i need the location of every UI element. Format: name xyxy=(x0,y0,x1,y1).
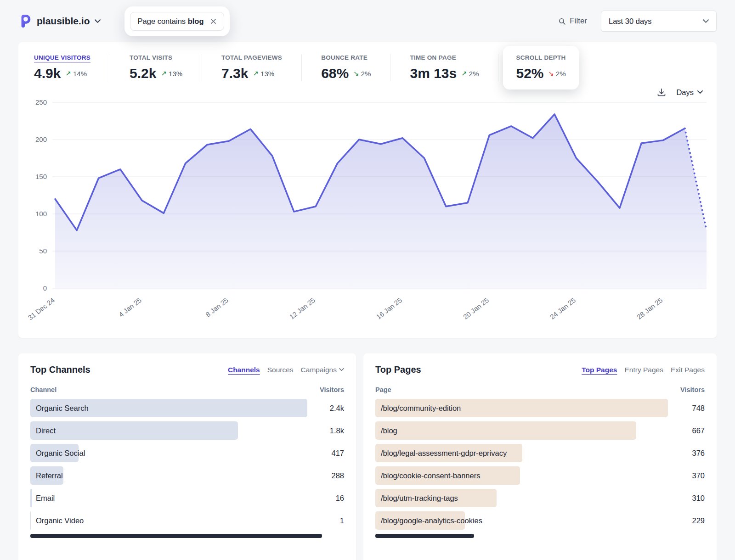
close-icon[interactable] xyxy=(210,18,216,24)
column-header-value: Visitors xyxy=(680,386,705,393)
row-visitors: 748 xyxy=(675,404,705,413)
top-pages-card: Top Pages Top PagesEntry PagesExit Pages… xyxy=(363,353,717,560)
tab-channels[interactable]: Channels xyxy=(228,366,260,374)
svg-text:250: 250 xyxy=(35,98,47,106)
chevron-down-icon xyxy=(703,19,709,23)
table-row[interactable]: /blog667 xyxy=(375,421,705,440)
value-bar xyxy=(375,421,636,440)
metric-total-pageviews[interactable]: TOTAL PAGEVIEWS7.3k↗13% xyxy=(202,54,301,81)
table-row[interactable]: Organic Search2.4k xyxy=(30,399,344,417)
filter-button-label: Filter xyxy=(570,17,587,26)
table-row[interactable]: Organic Video1 xyxy=(30,511,344,530)
metric-value: 68% xyxy=(321,66,349,81)
row-label: Referral xyxy=(30,471,63,480)
row-visitors: 417 xyxy=(315,449,344,458)
arrow-up-icon: ↗ xyxy=(161,69,167,78)
arrow-down-icon: ↘ xyxy=(548,69,554,78)
svg-text:0: 0 xyxy=(43,284,47,292)
row-label: /blog/legal-assessment-gdpr-eprivacy xyxy=(375,449,507,458)
table-row[interactable]: /blog/google-analytics-cookies229 xyxy=(375,511,705,530)
channels-card-tabs: ChannelsSourcesCampaigns xyxy=(228,366,344,374)
metric-value: 4.9k xyxy=(34,66,61,81)
tab-exit-pages[interactable]: Exit Pages xyxy=(671,366,705,374)
row-visitors: 16 xyxy=(315,494,344,503)
card-title: Top Channels xyxy=(30,364,90,375)
row-label: /blog/google-analytics-cookies xyxy=(375,516,482,525)
metric-label: BOUNCE RATE xyxy=(321,54,371,61)
top-channels-card: Top Channels ChannelsSourcesCampaigns Ch… xyxy=(18,353,356,560)
metric-label: TOTAL VISITS xyxy=(130,54,182,61)
filter-button[interactable]: Filter xyxy=(558,17,587,26)
clipped-row xyxy=(30,534,322,538)
row-label: /blog/community-edition xyxy=(375,404,461,413)
filter-pill-spotlight: Page contains blog xyxy=(124,6,230,36)
row-visitors: 376 xyxy=(675,449,705,458)
column-headers: Channel Visitors xyxy=(30,386,344,393)
table-row[interactable]: Direct1.8k xyxy=(30,421,344,440)
row-label: Organic Social xyxy=(30,449,85,458)
table-row[interactable]: Referral288 xyxy=(30,466,344,485)
row-label: /blog xyxy=(375,426,397,435)
column-header-value: Visitors xyxy=(320,386,344,393)
metric-scroll-depth[interactable]: SCROLL DEPTH52%↘2% xyxy=(516,54,565,81)
svg-text:150: 150 xyxy=(35,173,47,180)
row-visitors: 2.4k xyxy=(315,404,344,413)
interval-label: Days xyxy=(676,88,694,97)
metric-label: TOTAL PAGEVIEWS xyxy=(221,54,282,61)
column-header-name: Page xyxy=(375,386,391,393)
row-label: Direct xyxy=(30,426,56,435)
arrow-up-icon: ↗ xyxy=(461,69,467,78)
site-switcher[interactable]: plausible.io xyxy=(18,14,101,28)
column-header-name: Channel xyxy=(30,386,57,393)
row-visitors: 310 xyxy=(675,494,705,503)
svg-text:8 Jan 25: 8 Jan 25 xyxy=(204,296,230,319)
metric-label: TIME ON PAGE xyxy=(410,54,479,61)
visitors-overview-card: UNIQUE VISITORS4.9k↗14%TOTAL VISITS5.2k↗… xyxy=(18,42,717,338)
tab-sources[interactable]: Sources xyxy=(267,366,294,374)
date-range-select[interactable]: Last 30 days xyxy=(601,11,717,32)
arrow-up-icon: ↗ xyxy=(253,69,259,78)
metrics-row: UNIQUE VISITORS4.9k↗14%TOTAL VISITS5.2k↗… xyxy=(18,42,717,83)
table-row[interactable]: /blog/utm-tracking-tags310 xyxy=(375,489,705,507)
row-visitors: 288 xyxy=(315,471,344,480)
svg-text:16 Jan 25: 16 Jan 25 xyxy=(375,296,403,321)
row-label: Email xyxy=(30,494,55,503)
table-row[interactable]: /blog/legal-assessment-gdpr-eprivacy376 xyxy=(375,444,705,462)
tab-campaigns[interactable]: Campaigns xyxy=(301,366,344,374)
arrow-down-icon: ↘ xyxy=(353,69,359,78)
value-bar xyxy=(30,421,238,440)
chevron-down-icon xyxy=(339,368,344,371)
metric-label: SCROLL DEPTH xyxy=(516,54,565,61)
pages-card-tabs: Top PagesEntry PagesExit Pages xyxy=(582,366,705,374)
metric-total-visits[interactable]: TOTAL VISITS5.2k↗13% xyxy=(110,54,202,81)
metric-value: 3m 13s xyxy=(410,66,457,81)
channels-list: Organic Search2.4kDirect1.8kOrganic Soci… xyxy=(30,399,344,530)
svg-text:28 Jan 25: 28 Jan 25 xyxy=(635,296,664,321)
metric-value: 52% xyxy=(516,66,543,81)
topbar-right: Filter Last 30 days xyxy=(558,11,717,32)
visitors-line-chart[interactable]: 05010015020025031 Dec 244 Jan 258 Jan 25… xyxy=(18,97,717,338)
tab-top-pages[interactable]: Top Pages xyxy=(582,366,617,374)
svg-text:12 Jan 25: 12 Jan 25 xyxy=(288,296,317,321)
card-title: Top Pages xyxy=(375,364,421,375)
chart-controls: Days xyxy=(18,83,717,97)
table-row[interactable]: /blog/community-edition748 xyxy=(375,399,705,417)
metric-unique-visitors[interactable]: UNIQUE VISITORS4.9k↗14% xyxy=(34,54,110,81)
metric-label: UNIQUE VISITORS xyxy=(34,54,90,61)
row-label: /blog/utm-tracking-tags xyxy=(375,494,458,503)
metric-time-on-page[interactable]: TIME ON PAGE3m 13s↗2% xyxy=(390,54,498,81)
svg-text:31 Dec 24: 31 Dec 24 xyxy=(26,296,56,322)
plausible-logo-icon xyxy=(18,14,32,28)
table-row[interactable]: /blog/cookie-consent-banners370 xyxy=(375,466,705,485)
download-export-button[interactable] xyxy=(657,88,666,97)
chevron-down-icon xyxy=(95,19,101,23)
column-headers: Page Visitors xyxy=(375,386,705,393)
table-row[interactable]: Email16 xyxy=(30,489,344,507)
metric-bounce-rate[interactable]: BOUNCE RATE68%↘2% xyxy=(301,54,390,81)
tab-entry-pages[interactable]: Entry Pages xyxy=(624,366,663,374)
interval-select[interactable]: Days xyxy=(676,88,703,97)
table-row[interactable]: Organic Social417 xyxy=(30,444,344,462)
page-filter-pill[interactable]: Page contains blog xyxy=(130,12,224,31)
row-label: Organic Video xyxy=(30,516,84,525)
search-icon xyxy=(558,17,566,25)
